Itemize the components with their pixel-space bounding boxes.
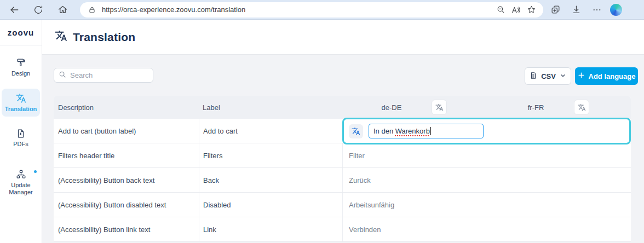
favorite-star-icon[interactable] (524, 3, 539, 17)
column-header-de: de-DE (342, 96, 486, 119)
search-input-wrap (54, 68, 153, 83)
plus-icon (578, 72, 585, 80)
page-body: CSV Add language Description Label (42, 55, 644, 243)
sidebar-divider (0, 45, 42, 45)
page-header: Translation (42, 20, 644, 55)
cell-fr-value[interactable] (486, 168, 631, 192)
main-content: Translation CSV (42, 20, 644, 243)
cell-label[interactable]: Link (199, 217, 342, 241)
pdf-document-icon (16, 129, 26, 138)
cell-fr-value[interactable] (486, 193, 631, 217)
table-row: Filters header title Filters Filter (54, 143, 631, 168)
cell-label[interactable]: Add to cart (199, 119, 342, 143)
input-text: In den (373, 127, 395, 135)
column-header-fr: fr-FR (486, 96, 631, 119)
back-icon[interactable] (6, 2, 22, 18)
translate-cell-button[interactable] (349, 124, 363, 138)
cell-de-value[interactable]: Filter (342, 143, 486, 167)
translation-text-input[interactable]: In den Warenkorb (369, 124, 484, 138)
read-aloud-icon[interactable] (508, 3, 524, 17)
translate-column-fr-button[interactable] (574, 100, 589, 115)
translate-icon (16, 93, 26, 103)
sidebar-item-pdfs[interactable]: PDFs (2, 124, 40, 152)
text-cursor (430, 127, 431, 135)
zoovu-logo: zoovu (8, 28, 34, 37)
table-row: Add to cart (button label) Add to cart I… (54, 119, 631, 143)
csv-label: CSV (541, 72, 556, 80)
table-row: (Accessibility) Button back text Back Zu… (54, 168, 631, 193)
translation-table: Description Label de-DE fr-FR (54, 96, 631, 242)
lock-icon[interactable] (88, 3, 96, 17)
copilot-icon[interactable] (610, 4, 622, 16)
table-header-row: Description Label de-DE fr-FR (54, 96, 631, 119)
notification-dot (34, 170, 37, 173)
home-icon[interactable] (54, 2, 71, 18)
sitemap-icon (16, 169, 26, 180)
cell-label[interactable]: Disabled (199, 193, 342, 217)
download-icon[interactable] (568, 3, 584, 17)
add-language-button[interactable]: Add language (575, 67, 638, 85)
sidebar-item-update-manager[interactable]: Update Manager (2, 165, 40, 200)
cell-description[interactable]: Add to cart (button label) (54, 119, 199, 143)
cell-fr-value[interactable] (486, 217, 631, 241)
sidebar-item-design[interactable]: Design (2, 53, 40, 81)
cell-description[interactable]: (Accessibility) Button disabled text (54, 193, 199, 217)
input-text-misspelled: Warenkorb (395, 127, 430, 135)
sidebar-item-label: Update Manager (4, 182, 37, 196)
refresh-icon[interactable] (30, 2, 47, 18)
browser-toolbar: https://orca-experience.zoovu.com/transl… (0, 0, 644, 20)
sidebar: zoovu Design Translation PDFs (0, 20, 42, 243)
table-row: (Accessibility) Button link text Link Ve… (54, 217, 631, 242)
sidebar-item-label: Design (12, 70, 30, 77)
cell-de-value[interactable]: Zurück (342, 168, 486, 192)
sidebar-item-label: Translation (5, 106, 37, 113)
add-language-label: Add language (589, 72, 636, 80)
collections-icon[interactable] (548, 3, 563, 17)
sidebar-item-label: PDFs (13, 141, 28, 148)
column-header-description: Description (54, 96, 199, 119)
cell-fr-value[interactable] (486, 143, 631, 167)
search-icon (59, 71, 66, 80)
csv-file-icon (530, 72, 537, 81)
search-input[interactable] (70, 71, 166, 79)
csv-export-button[interactable]: CSV (525, 67, 571, 85)
table-row: (Accessibility) Button disabled text Dis… (54, 193, 631, 217)
active-translation-editor: In den Warenkorb (342, 118, 631, 144)
column-header-fr-label: fr-FR (528, 103, 544, 112)
cell-description[interactable]: Filters header title (54, 143, 199, 167)
zoom-out-icon[interactable] (493, 3, 508, 17)
cell-label[interactable]: Filters (199, 143, 342, 167)
cell-description[interactable]: (Accessibility) Button back text (54, 168, 199, 192)
cell-de-value[interactable]: Arbeitsunfähig (342, 193, 486, 217)
column-header-de-label: de-DE (382, 103, 402, 112)
paint-roller-icon (16, 57, 26, 68)
translate-title-icon (55, 30, 67, 44)
column-header-label: Label (199, 96, 342, 119)
cell-de-value[interactable]: Verbinden (342, 217, 486, 241)
more-menu-icon[interactable] (589, 3, 605, 17)
cell-description[interactable]: (Accessibility) Button link text (54, 217, 199, 241)
address-bar[interactable]: https://orca-experience.zoovu.com/transl… (80, 2, 543, 18)
url-text[interactable]: https://orca-experience.zoovu.com/transl… (102, 5, 493, 14)
chevron-down-icon (560, 72, 566, 80)
browser-window: https://orca-experience.zoovu.com/transl… (0, 0, 644, 243)
sidebar-item-translation[interactable]: Translation (2, 89, 40, 117)
page-title: Translation (73, 31, 135, 44)
translate-column-de-button[interactable] (432, 100, 447, 115)
page-root: zoovu Design Translation PDFs (0, 20, 644, 243)
cell-label[interactable]: Back (199, 168, 342, 192)
